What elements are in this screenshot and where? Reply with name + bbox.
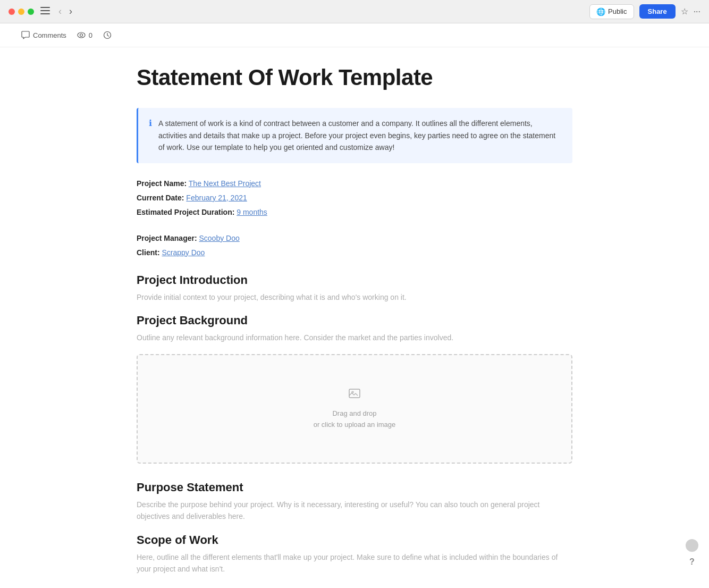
doc-toolbar: Comments 0: [0, 23, 709, 47]
scope-heading: Scope of Work: [137, 533, 572, 547]
project-info: Project Name: The Next Best Project Curr…: [137, 178, 572, 218]
doc-content: Statement Of Work Template ℹ A statement…: [115, 47, 594, 588]
scope-section: Scope of Work Here, outline all the diff…: [137, 533, 572, 575]
svg-rect-1: [40, 10, 50, 11]
drag-drop-text: Drag and drop: [148, 408, 561, 419]
intro-heading: Project Introduction: [137, 273, 572, 287]
titlebar-left: ‹ ›: [9, 6, 74, 17]
svg-rect-2: [40, 13, 50, 14]
comment-icon: [21, 31, 30, 39]
nav-arrows: ‹ ›: [56, 6, 74, 17]
back-arrow[interactable]: ‹: [56, 6, 64, 17]
globe-icon: 🌐: [596, 7, 605, 16]
background-heading: Project Background: [137, 314, 572, 327]
public-label: Public: [608, 7, 627, 15]
traffic-lights: [9, 9, 34, 15]
client-value[interactable]: Scrappy Doo: [162, 248, 205, 257]
upload-or-text: or click to upload an image: [148, 419, 561, 431]
purpose-heading: Purpose Statement: [137, 481, 572, 494]
comments-button[interactable]: Comments: [21, 31, 66, 39]
upload-icon: [148, 387, 561, 403]
main-container: Comments 0 Statement Of Work Template: [0, 23, 709, 588]
maximize-button[interactable]: [28, 9, 34, 15]
star-icon[interactable]: ☆: [681, 6, 688, 16]
titlebar: ‹ › 🌐 Public Share ☆ ···: [0, 0, 709, 23]
client-line: Client: Scrappy Doo: [137, 247, 572, 258]
manager-label: Project Manager:: [137, 234, 197, 242]
current-date-value[interactable]: February 21, 2021: [186, 194, 247, 202]
manager-value[interactable]: Scooby Doo: [199, 234, 239, 242]
doc-title: Statement Of Work Template: [137, 64, 572, 91]
project-name-label: Project Name:: [137, 179, 187, 188]
titlebar-right: 🌐 Public Share ☆ ···: [589, 4, 700, 19]
svg-point-3: [78, 32, 85, 38]
forward-arrow[interactable]: ›: [67, 6, 74, 17]
eye-icon: [77, 31, 86, 39]
project-name-line: Project Name: The Next Best Project: [137, 178, 572, 189]
views-count: 0: [89, 31, 92, 39]
callout-box: ℹ A statement of work is a kind of contr…: [137, 108, 572, 163]
callout-text: A statement of work is a kind of contrac…: [158, 117, 562, 153]
duration-line: Estimated Project Duration: 9 months: [137, 207, 572, 218]
svg-point-7: [352, 391, 353, 393]
info-icon: ℹ: [149, 118, 152, 128]
content-area: Comments 0 Statement Of Work Template: [0, 23, 709, 588]
comments-label: Comments: [33, 31, 66, 39]
minimize-button[interactable]: [18, 9, 24, 15]
close-button[interactable]: [9, 9, 15, 15]
more-options-icon[interactable]: ···: [694, 7, 700, 16]
manager-client-info: Project Manager: Scooby Doo Client: Scra…: [137, 233, 572, 258]
upload-drag-text: Drag and drop or click to upload an imag…: [148, 408, 561, 431]
current-date-label: Current Date:: [137, 194, 184, 202]
background-placeholder: Outline any relevant background informat…: [137, 332, 572, 343]
views-counter: 0: [77, 31, 92, 39]
svg-rect-6: [349, 389, 360, 398]
svg-point-4: [80, 34, 82, 37]
corner-items: ?: [686, 539, 698, 567]
duration-label: Estimated Project Duration:: [137, 208, 234, 216]
current-date-line: Current Date: February 21, 2021: [137, 192, 572, 204]
project-name-value[interactable]: The Next Best Project: [189, 179, 261, 188]
clock-icon: [103, 31, 112, 39]
intro-placeholder: Provide initial context to your project,…: [137, 291, 572, 303]
svg-rect-0: [40, 7, 50, 8]
purpose-placeholder: Describe the purpose behind your project…: [137, 499, 572, 523]
menu-icon[interactable]: [40, 7, 50, 16]
scope-placeholder: Here, outline all the different elements…: [137, 551, 572, 575]
share-button[interactable]: Share: [639, 4, 676, 19]
public-button[interactable]: 🌐 Public: [589, 4, 634, 19]
client-label: Client:: [137, 248, 160, 257]
clock-icon-button[interactable]: [103, 31, 112, 39]
manager-line: Project Manager: Scooby Doo: [137, 233, 572, 244]
help-icon[interactable]: ?: [689, 557, 695, 567]
image-upload-area[interactable]: Drag and drop or click to upload an imag…: [137, 354, 572, 464]
scroll-indicator: [686, 539, 698, 552]
duration-value[interactable]: 9 months: [237, 208, 267, 216]
